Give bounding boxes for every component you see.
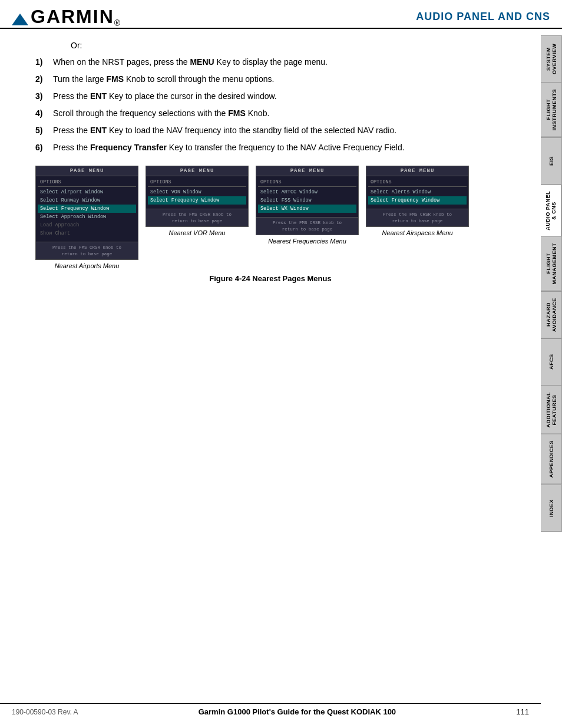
menu2-footer: Press the FMS CRSR knob toreturn to base… bbox=[146, 209, 248, 226]
menu3-label: Nearest Frequencies Menu bbox=[268, 238, 346, 245]
figure-area: PAGE MENU OPTIONS Select Airport Window … bbox=[35, 166, 505, 283]
step-6-num: 6) bbox=[35, 141, 53, 154]
nearest-airports-menu-wrapper: PAGE MENU OPTIONS Select Airport Window … bbox=[35, 166, 138, 269]
menu4-item-2: Select Frequency Window bbox=[368, 196, 467, 205]
sidebar-tab-flight-management[interactable]: FLIGHTMANAGEMENT bbox=[541, 236, 562, 291]
step-1-bold: MENU bbox=[190, 57, 214, 67]
menu1-content: OPTIONS Select Airport Window Select Run… bbox=[36, 176, 138, 239]
menu4-item-1: Select Alerts Window bbox=[368, 188, 467, 196]
steps-list: 1) When on the NRST pages, press the MEN… bbox=[35, 56, 505, 154]
menu1-item-5: Load Approach bbox=[38, 221, 136, 229]
step-1: 1) When on the NRST pages, press the MEN… bbox=[35, 56, 505, 68]
garmin-triangle-icon bbox=[12, 14, 28, 25]
menu1-item-2: Select Runway Window bbox=[38, 196, 136, 205]
footer-page-number: 111 bbox=[516, 707, 529, 716]
menu4-content: OPTIONS Select Alerts Window Select Freq… bbox=[366, 176, 468, 206]
chapter-title: AUDIO PANEL AND CNS bbox=[416, 11, 550, 23]
menu2-label: Nearest VOR Menu bbox=[169, 229, 226, 236]
step-3-bold: ENT bbox=[90, 91, 107, 101]
step-4-bold: FMS bbox=[228, 108, 246, 118]
figure-caption: Figure 4-24 Nearest Pages Menus bbox=[35, 274, 505, 283]
menu1-label: Nearest Airports Menu bbox=[55, 262, 120, 269]
sidebar-tab-appendices[interactable]: APPENDICES bbox=[541, 434, 562, 485]
main-content: Or: 1) When on the NRST pages, press the… bbox=[0, 29, 541, 307]
menu3-item-3: Select WX Window bbox=[258, 205, 356, 213]
logo: GARMIN® bbox=[12, 6, 120, 28]
step-4-text: Scroll through the frequency selections … bbox=[53, 107, 505, 120]
nearest-vor-menu-wrapper: PAGE MENU OPTIONS Select VOR Window Sele… bbox=[146, 166, 249, 236]
step-2-num: 2) bbox=[35, 73, 53, 85]
nearest-airspaces-menu-panel: PAGE MENU OPTIONS Select Alerts Window S… bbox=[366, 166, 469, 227]
menu3-item-2: Select FSS Window bbox=[258, 196, 356, 205]
menu2-item-2: Select Frequency Window bbox=[148, 196, 246, 205]
step-5-bold: ENT bbox=[90, 126, 107, 135]
menu1-item-3: Select Frequency Window bbox=[38, 205, 136, 213]
or-text: Or: bbox=[71, 41, 505, 50]
step-6-bold: Frequency Transfer bbox=[90, 143, 167, 152]
sidebar-tab-afcs[interactable]: AFCS bbox=[541, 338, 562, 386]
menu1-options: OPTIONS bbox=[38, 178, 136, 187]
step-5: 5) Press the ENT Key to load the NAV fre… bbox=[35, 124, 505, 137]
sidebar-tab-eis[interactable]: EIS bbox=[541, 137, 562, 185]
menu1-item-6: Show Chart bbox=[38, 229, 136, 238]
menu1-item-1: Select Airport Window bbox=[38, 188, 136, 196]
sidebar-tab-hazard-avoidance[interactable]: HAZARDAVOIDANCE bbox=[541, 291, 562, 338]
menu3-content: OPTIONS Select ARTCC Window Select FSS W… bbox=[256, 176, 358, 215]
sidebar-tabs: SYSTEMOVERVIEW FLIGHTINSTRUMENTS EIS AUD… bbox=[541, 35, 562, 532]
step-2-bold: FMS bbox=[107, 74, 124, 84]
step-4-num: 4) bbox=[35, 107, 53, 120]
nearest-frequencies-menu-panel: PAGE MENU OPTIONS Select ARTCC Window Se… bbox=[256, 166, 359, 235]
menus-container: PAGE MENU OPTIONS Select Airport Window … bbox=[35, 166, 505, 269]
menu1-footer: Press the FMS CRSR knob toreturn to base… bbox=[36, 242, 138, 259]
sidebar-tab-system-overview[interactable]: SYSTEMOVERVIEW bbox=[541, 35, 562, 83]
step-1-num: 1) bbox=[35, 56, 53, 68]
step-6-text: Press the Frequency Transfer Key to tran… bbox=[53, 141, 505, 154]
sidebar-tab-flight-instruments[interactable]: FLIGHTINSTRUMENTS bbox=[541, 83, 562, 137]
registered-mark: ® bbox=[114, 18, 120, 28]
menu4-options: OPTIONS bbox=[368, 178, 467, 187]
sidebar-tab-audio-panel[interactable]: AUDIO PANEL& CNS bbox=[541, 185, 562, 237]
step-5-num: 5) bbox=[35, 124, 53, 137]
menu2-content: OPTIONS Select VOR Window Select Frequen… bbox=[146, 176, 248, 206]
step-3-num: 3) bbox=[35, 90, 53, 103]
sidebar-tab-additional-features[interactable]: ADDITIONALFEATURES bbox=[541, 386, 562, 434]
menu4-footer: Press the FMS CRSR knob toreturn to base… bbox=[366, 209, 468, 226]
menu1-item-4: Select Approach Window bbox=[38, 213, 136, 221]
step-3-text: Press the ENT Key to place the cursor in… bbox=[53, 90, 505, 103]
nearest-frequencies-menu-wrapper: PAGE MENU OPTIONS Select ARTCC Window Se… bbox=[256, 166, 359, 245]
menu2-options: OPTIONS bbox=[148, 178, 246, 187]
sidebar-tab-index[interactable]: INDEX bbox=[541, 485, 562, 532]
menu3-footer: Press the FMS CRSR knob toreturn to base… bbox=[256, 217, 358, 235]
nearest-airspaces-menu-wrapper: PAGE MENU OPTIONS Select Alerts Window S… bbox=[366, 166, 469, 236]
step-1-text: When on the NRST pages, press the MENU K… bbox=[53, 56, 505, 68]
footer-part-number: 190-00590-03 Rev. A bbox=[12, 708, 78, 716]
nearest-airports-menu-panel: PAGE MENU OPTIONS Select Airport Window … bbox=[35, 166, 138, 260]
menu3-title: PAGE MENU bbox=[256, 166, 358, 176]
step-2-text: Turn the large FMS Knob to scroll throug… bbox=[53, 73, 505, 85]
garmin-logo-text: GARMIN bbox=[31, 6, 114, 28]
step-6: 6) Press the Frequency Transfer Key to t… bbox=[35, 141, 505, 154]
menu1-title: PAGE MENU bbox=[36, 166, 138, 176]
menu4-title: PAGE MENU bbox=[366, 166, 468, 176]
menu4-label: Nearest Airspaces Menu bbox=[382, 229, 452, 236]
step-2: 2) Turn the large FMS Knob to scroll thr… bbox=[35, 73, 505, 85]
menu2-item-1: Select VOR Window bbox=[148, 188, 246, 196]
footer-document-title: Garmin G1000 Pilot's Guide for the Quest… bbox=[199, 707, 396, 716]
page-footer: 190-00590-03 Rev. A Garmin G1000 Pilot's… bbox=[0, 703, 541, 716]
menu3-item-1: Select ARTCC Window bbox=[258, 188, 356, 196]
step-4: 4) Scroll through the frequency selectio… bbox=[35, 107, 505, 120]
step-3: 3) Press the ENT Key to place the cursor… bbox=[35, 90, 505, 103]
step-5-text: Press the ENT Key to load the NAV freque… bbox=[53, 124, 505, 137]
menu3-options: OPTIONS bbox=[258, 178, 356, 187]
nearest-vor-menu-panel: PAGE MENU OPTIONS Select VOR Window Sele… bbox=[146, 166, 249, 227]
page-header: GARMIN® AUDIO PANEL AND CNS bbox=[0, 0, 562, 29]
menu2-title: PAGE MENU bbox=[146, 166, 248, 176]
